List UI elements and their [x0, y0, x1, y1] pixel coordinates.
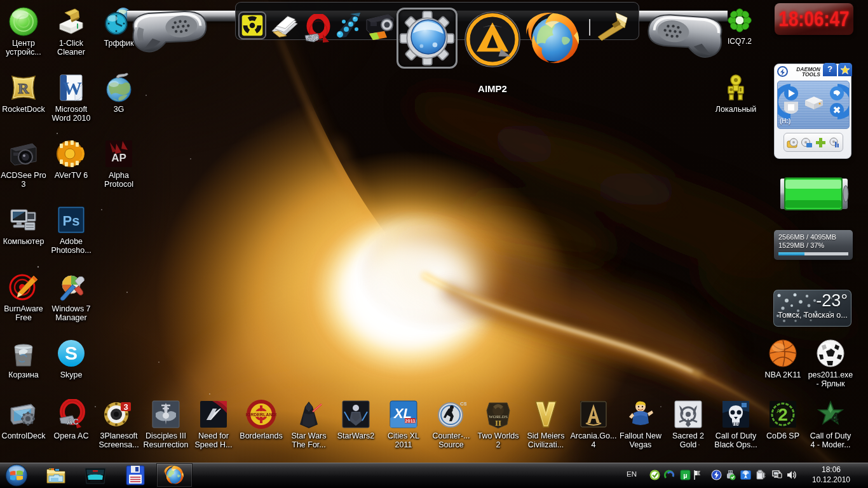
- svg-text:µ: µ: [683, 471, 687, 479]
